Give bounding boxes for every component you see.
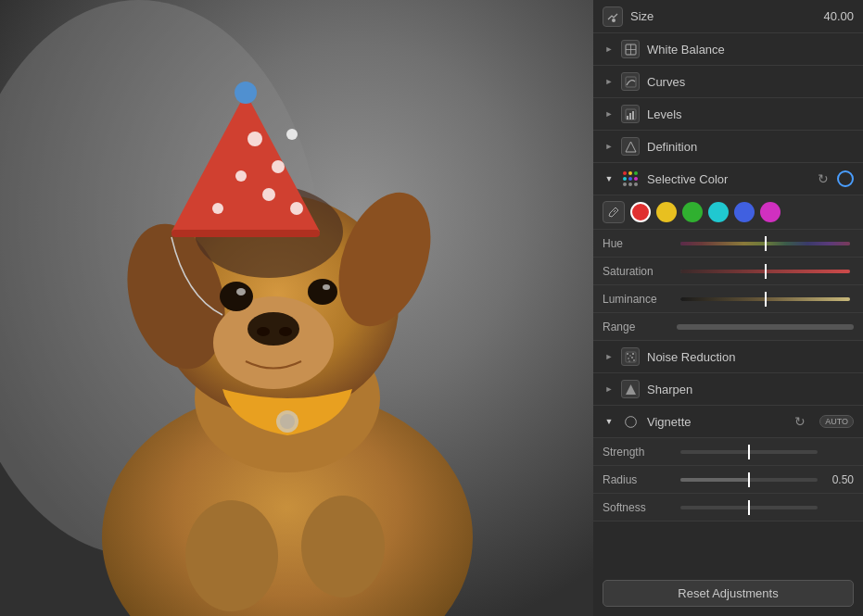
section-selective-color[interactable]: ▼ Selective Color ↻ bbox=[593, 163, 863, 195]
svg-point-13 bbox=[308, 279, 337, 305]
white-balance-label: White Balance bbox=[647, 43, 854, 57]
white-balance-icon bbox=[621, 40, 640, 58]
svg-rect-46 bbox=[631, 357, 633, 358]
svg-marker-39 bbox=[626, 142, 636, 152]
vignette-strength-track[interactable] bbox=[680, 450, 818, 454]
svg-line-40 bbox=[614, 210, 616, 212]
vignette-radius-track[interactable] bbox=[680, 478, 818, 482]
vignette-softness-track[interactable] bbox=[680, 506, 818, 509]
vignette-softness-label: Softness bbox=[603, 501, 677, 514]
definition-icon bbox=[621, 137, 640, 156]
svg-point-15 bbox=[323, 284, 330, 290]
selective-color-icon bbox=[621, 170, 640, 188]
color-swatches-row bbox=[593, 195, 863, 230]
svg-rect-44 bbox=[632, 353, 634, 355]
section-curves[interactable]: ► Curves bbox=[593, 66, 863, 98]
swatch-yellow[interactable] bbox=[656, 202, 677, 222]
svg-point-12 bbox=[220, 282, 253, 311]
section-vignette[interactable]: ▼ Vignette ↻ AUTO bbox=[593, 406, 863, 438]
curves-icon bbox=[621, 72, 640, 91]
chevron-right-icon: ► bbox=[603, 383, 616, 396]
svg-rect-37 bbox=[629, 113, 631, 119]
swatch-red[interactable] bbox=[630, 202, 651, 222]
vignette-radius-label: Radius bbox=[603, 473, 677, 486]
right-panel: Size 40.00 ► White Balance ► Curves bbox=[593, 0, 863, 616]
svg-point-24 bbox=[235, 82, 257, 104]
svg-point-30 bbox=[612, 19, 616, 22]
hue-track[interactable] bbox=[680, 242, 850, 245]
selective-color-reset-icon[interactable]: ↻ bbox=[815, 170, 831, 187]
selective-color-actions: ↻ bbox=[815, 170, 854, 187]
hue-slider-row: Hue bbox=[593, 230, 863, 258]
vignette-strength-label: Strength bbox=[603, 446, 677, 459]
svg-rect-36 bbox=[627, 116, 628, 119]
range-track[interactable] bbox=[677, 324, 854, 330]
size-label: Size bbox=[630, 9, 823, 23]
section-levels[interactable]: ► Levels bbox=[593, 98, 863, 131]
svg-point-50 bbox=[625, 416, 636, 427]
luminance-slider-row: Luminance bbox=[593, 285, 863, 313]
selective-color-toggle[interactable] bbox=[837, 170, 854, 187]
levels-label: Levels bbox=[647, 107, 854, 121]
chevron-down-icon: ▼ bbox=[603, 172, 616, 185]
luminance-label: Luminance bbox=[603, 293, 677, 306]
section-noise-reduction[interactable]: ► Noise Reduction bbox=[593, 341, 863, 373]
levels-icon bbox=[621, 105, 640, 123]
saturation-slider-row: Saturation bbox=[593, 258, 863, 285]
section-sharpen[interactable]: ► Sharpen bbox=[593, 373, 863, 406]
dog-illustration bbox=[0, 0, 593, 616]
vignette-icon bbox=[621, 412, 640, 431]
section-definition[interactable]: ► Definition bbox=[593, 131, 863, 163]
range-label: Range bbox=[603, 321, 677, 333]
swatch-blue[interactable] bbox=[734, 202, 755, 222]
svg-rect-48 bbox=[633, 359, 635, 361]
vignette-label: Vignette bbox=[647, 415, 792, 429]
swatch-green[interactable] bbox=[682, 202, 703, 222]
svg-point-19 bbox=[235, 170, 247, 182]
vignette-strength-row: Strength bbox=[593, 438, 863, 466]
chevron-down-icon: ▼ bbox=[603, 415, 616, 428]
section-white-balance[interactable]: ► White Balance bbox=[593, 33, 863, 66]
vignette-radius-row: Radius 0.50 bbox=[593, 466, 863, 494]
saturation-track[interactable] bbox=[680, 270, 850, 273]
sharpen-label: Sharpen bbox=[647, 383, 854, 396]
swatch-magenta[interactable] bbox=[760, 202, 781, 222]
vignette-auto-badge[interactable]: AUTO bbox=[819, 415, 854, 428]
chevron-right-icon: ► bbox=[603, 350, 616, 363]
image-panel bbox=[0, 0, 593, 616]
chevron-right-icon: ► bbox=[603, 75, 616, 88]
reset-adjustments-row: Reset Adjustments bbox=[593, 571, 863, 616]
svg-point-29 bbox=[280, 414, 295, 429]
svg-point-22 bbox=[212, 203, 223, 214]
noise-reduction-icon bbox=[621, 347, 640, 366]
range-row: Range bbox=[593, 313, 863, 341]
eyedropper-button[interactable] bbox=[603, 201, 625, 223]
svg-rect-47 bbox=[628, 360, 630, 362]
noise-reduction-label: Noise Reduction bbox=[647, 350, 854, 364]
svg-point-27 bbox=[301, 496, 385, 597]
svg-rect-38 bbox=[632, 111, 634, 119]
svg-point-17 bbox=[247, 132, 262, 146]
size-row: Size 40.00 bbox=[593, 0, 863, 33]
hue-label: Hue bbox=[603, 237, 677, 250]
svg-point-26 bbox=[185, 500, 278, 611]
chevron-right-icon: ► bbox=[603, 43, 616, 56]
vignette-reset-icon[interactable]: ↻ bbox=[792, 413, 808, 430]
svg-point-10 bbox=[257, 327, 270, 336]
svg-rect-45 bbox=[628, 358, 629, 359]
svg-marker-49 bbox=[626, 384, 636, 395]
svg-point-21 bbox=[262, 188, 275, 201]
vignette-actions: ↻ AUTO bbox=[792, 413, 854, 430]
swatch-cyan[interactable] bbox=[708, 202, 729, 222]
svg-point-20 bbox=[286, 129, 298, 140]
chevron-right-icon: ► bbox=[603, 140, 616, 153]
sharpen-icon bbox=[621, 380, 640, 398]
reset-adjustments-button[interactable]: Reset Adjustments bbox=[603, 580, 854, 607]
svg-point-9 bbox=[247, 312, 299, 346]
svg-point-23 bbox=[290, 202, 303, 215]
saturation-label: Saturation bbox=[603, 265, 677, 278]
svg-rect-34 bbox=[626, 77, 636, 87]
curves-label: Curves bbox=[647, 75, 854, 89]
svg-point-18 bbox=[272, 160, 285, 173]
luminance-track[interactable] bbox=[680, 297, 850, 301]
